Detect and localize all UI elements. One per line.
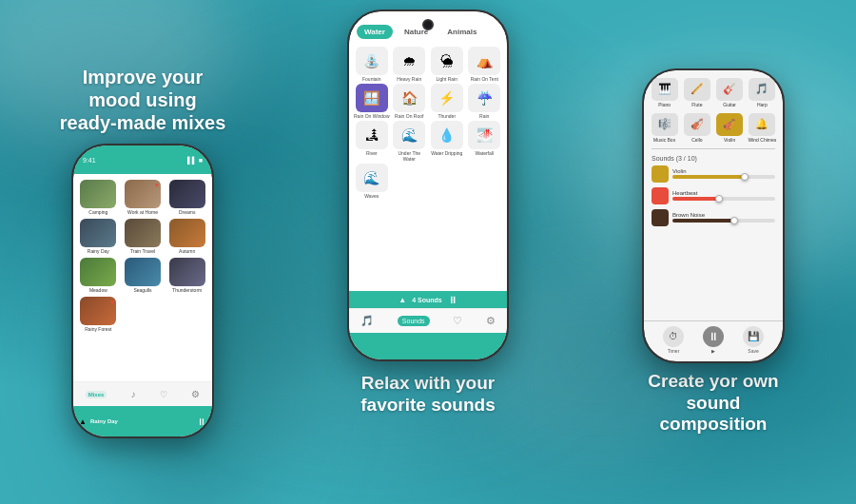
instrument-item[interactable]: 🎹Piano <box>650 78 679 107</box>
slider-thumb[interactable] <box>741 173 749 181</box>
slider-container: Violin <box>672 168 775 179</box>
sound-tab[interactable]: Water <box>357 25 393 39</box>
nav-mixes[interactable]: Mixes <box>86 391 107 398</box>
col3-title: Create yor own sound composition <box>648 371 778 436</box>
sound-label: Waves <box>364 193 379 199</box>
instrument-label: Violin <box>724 137 735 143</box>
mix-thumbnail <box>80 180 116 208</box>
col1-title: Improve your mood using ready-made mixes <box>60 66 226 134</box>
sound-label: Fountain <box>362 76 380 82</box>
sounds-count: 4 Sounds <box>412 297 442 303</box>
slider-fill <box>672 175 745 179</box>
mix-thumbnail <box>80 219 116 247</box>
instrument-icon: 🎻 <box>684 113 710 136</box>
status-time: 9:41 <box>83 157 96 164</box>
mix-thumbnail <box>169 180 205 208</box>
slider-thumb[interactable] <box>715 195 723 203</box>
sound-cell[interactable]: 🌧Heavy Rain <box>392 47 428 82</box>
mix-item[interactable]: ♥Work at Home <box>123 180 164 215</box>
mixes-grid: Camping♥Work at HomeDreamsRainy DayTrain… <box>73 174 212 338</box>
phone-status-bar: 9:41 ▌▌ ■ <box>73 145 212 174</box>
mix-label: Camping <box>88 209 107 215</box>
phone-right: 🎹Piano🪈Flute🎸Guitar🎵Harp 🎼Music Box🎻Cell… <box>642 68 785 363</box>
instrument-item[interactable]: 🔔Wind Chimes <box>748 113 777 143</box>
instruments-row2: 🎼Music Box🎻Cello🎻Violin🔔Wind Chimes <box>644 111 783 146</box>
column-1: Improve your mood using ready-made mixes… <box>0 0 285 504</box>
sound-cell[interactable]: 🪟Rain On Window <box>354 84 390 119</box>
sound-cell[interactable]: 💧Water Dripping <box>429 121 465 162</box>
nav-gear-icon[interactable]: ⚙ <box>191 389 200 399</box>
sound-cell[interactable]: 🏠Rain On Roof <box>392 84 428 119</box>
sound-slider-row: Brown Noise <box>652 209 775 226</box>
instrument-item[interactable]: 🪈Flute <box>682 78 711 107</box>
mix-label: Autumn <box>179 248 195 254</box>
mix-item[interactable]: Thunderstorm <box>166 258 207 293</box>
instrument-label: Wind Chimes <box>749 137 777 143</box>
mix-item[interactable]: Autumn <box>166 219 207 254</box>
bottom-controls: ⏱Timer⏸▶💾Save <box>644 326 783 354</box>
control-button-▶[interactable]: ⏸▶ <box>703 326 724 354</box>
mix-thumbnail <box>169 258 205 286</box>
slider-track[interactable] <box>672 219 775 223</box>
sound-cell[interactable]: 🌊Waves <box>354 164 390 199</box>
slider-track[interactable] <box>672 197 775 201</box>
control-button-timer[interactable]: ⏱Timer <box>663 326 684 354</box>
instrument-item[interactable]: 🎵Harp <box>748 78 777 107</box>
sound-cell[interactable]: 🌊Under The Water <box>392 121 428 162</box>
mix-item[interactable]: Camping <box>78 180 119 215</box>
divider <box>652 148 775 149</box>
instrument-item[interactable]: 🎻Violin <box>715 113 745 143</box>
nav-heart-icon[interactable]: ♡ <box>160 390 167 399</box>
slider-thumb[interactable] <box>730 217 738 224</box>
camera-hole <box>422 19 434 30</box>
slider-track[interactable] <box>672 175 775 179</box>
sound-cell[interactable]: ⚡Thunder <box>429 84 465 119</box>
column-3: 🎹Piano🪈Flute🎸Guitar🎵Harp 🎼Music Box🎻Cell… <box>571 0 856 504</box>
nav-note-icon[interactable]: ♪ <box>131 389 136 399</box>
sound-icon: 🏞 <box>356 121 388 149</box>
instrument-label: Harp <box>757 102 768 107</box>
instrument-label: Music Box <box>653 137 675 143</box>
mix-item[interactable]: Rainy Day <box>78 219 119 254</box>
sound-cell[interactable]: 🏞River <box>354 121 390 162</box>
mix-item[interactable]: Seagulls <box>123 258 164 293</box>
phone-screen-right: 🎹Piano🪈Flute🎸Guitar🎵Harp 🎼Music Box🎻Cell… <box>644 70 783 361</box>
sound-cell[interactable]: 🌦Light Rain <box>429 47 465 82</box>
mix-label: Dreams <box>179 209 196 215</box>
nav-sounds-label[interactable]: Sounds <box>398 316 430 326</box>
control-icon-save: 💾 <box>743 326 764 347</box>
instrument-icon: 🔔 <box>749 113 775 136</box>
sound-cell[interactable]: 🌁Waterfall <box>467 121 503 162</box>
instruments-row1: 🎹Piano🪈Flute🎸Guitar🎵Harp <box>644 70 783 111</box>
instrument-item[interactable]: 🎼Music Box <box>650 113 679 143</box>
sound-icon: ⛺ <box>468 47 500 75</box>
mix-item[interactable]: Dreams <box>166 180 207 215</box>
sound-icon: 💧 <box>431 121 463 149</box>
sound-cell[interactable]: ☔Rain <box>467 84 503 119</box>
sound-icon: 🪟 <box>356 84 388 112</box>
sound-icon: 🌊 <box>356 164 388 192</box>
phone-left: 9:41 ▌▌ ■ Camping♥Work at HomeDreamsRain… <box>71 144 214 438</box>
sound-cell[interactable]: ⛺Rain On Tent <box>467 47 503 82</box>
mix-label: Thunderstorm <box>172 287 202 293</box>
mix-item[interactable]: Train Travel <box>123 219 164 254</box>
sound-tab[interactable]: Animals <box>439 25 484 39</box>
phone-screen-left: 9:41 ▌▌ ■ Camping♥Work at HomeDreamsRain… <box>73 145 212 436</box>
sounds-count-bar: ▲ 4 Sounds ⏸ <box>349 291 507 308</box>
instrument-icon: 🪈 <box>684 78 710 101</box>
nav-heart-icon[interactable]: ♡ <box>453 315 462 327</box>
instrument-item[interactable]: 🎻Cello <box>682 113 711 143</box>
nav-gear-icon[interactable]: ⚙ <box>486 315 496 327</box>
control-button-save[interactable]: 💾Save <box>743 326 764 354</box>
slider-container: Heartbeat <box>672 190 775 201</box>
mix-item[interactable]: Meadow <box>78 258 119 293</box>
sound-label: Water Dripping <box>431 150 462 156</box>
sound-slider-row: Violin <box>652 165 775 183</box>
instrument-item[interactable]: 🎸Guitar <box>715 78 745 107</box>
mix-thumbnail <box>125 219 161 247</box>
mix-thumbnail <box>80 258 116 286</box>
mix-item[interactable]: ♥Rainy Forest <box>78 297 119 332</box>
slider-label: Violin <box>672 168 775 174</box>
nav-music-icon[interactable]: 🎵 <box>360 315 374 327</box>
sound-cell[interactable]: ⛲Fountain <box>354 47 390 82</box>
